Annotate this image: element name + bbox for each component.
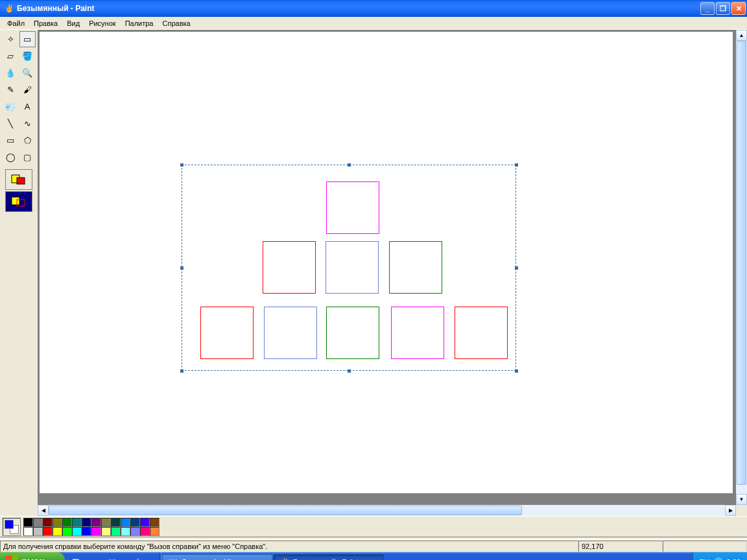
freeform-select-icon[interactable]: ✧ (3, 31, 19, 47)
system-tray[interactable]: RU ‹ 0:36 (693, 552, 747, 560)
color-swatch[interactable] (23, 518, 33, 527)
vertical-scrollbar[interactable]: ▲ ▼ (736, 30, 747, 505)
color-swatch[interactable] (150, 518, 160, 527)
toolbox: ✧▭▱🪣💧🔍✎🖌💨A╲∿▭⬠◯▢ (0, 30, 38, 505)
svg-rect-2 (12, 197, 19, 205)
show-desktop-icon[interactable]: 🗔 (70, 557, 80, 560)
brush-icon[interactable]: 🖌 (19, 82, 36, 98)
color-swatch[interactable] (150, 527, 160, 536)
tray-icon[interactable]: ‹ (714, 557, 723, 560)
ie-icon[interactable]: e (82, 557, 93, 560)
color-swatch[interactable] (140, 527, 150, 536)
menu-вид[interactable]: Вид (62, 18, 84, 29)
task-paint-icon: ✌ (279, 557, 290, 560)
task-word[interactable]: WДокумент1 - Microso... (162, 554, 272, 560)
eraser-icon[interactable]: ▱ (3, 48, 19, 64)
media-icon[interactable]: ◉ (95, 557, 105, 560)
selection-handle[interactable] (180, 369, 184, 373)
statusbar: Для получения справки выберите команду "… (0, 539, 747, 552)
explorer-icon[interactable]: 📁 (107, 557, 117, 560)
window-title: Безымянный - Paint (17, 4, 700, 13)
transparency-transparent[interactable] (5, 191, 32, 212)
color-swatch[interactable] (130, 527, 140, 536)
close-button[interactable]: ✕ (731, 2, 746, 15)
app2-icon[interactable]: ▦ (144, 557, 154, 560)
line-icon[interactable]: ╲ (3, 115, 19, 132)
selection-handle[interactable] (180, 163, 184, 167)
scroll-up-icon[interactable]: ▲ (736, 30, 747, 41)
curve-icon[interactable]: ∿ (19, 115, 36, 132)
app-icon[interactable]: ▣ (119, 557, 130, 560)
color-swatch[interactable] (130, 518, 140, 527)
rectangle-icon[interactable]: ▭ (3, 132, 19, 148)
color-palette (0, 516, 747, 537)
selection-handle[interactable] (348, 369, 351, 373)
selection-handle[interactable] (348, 163, 351, 167)
rounded-rect-icon[interactable]: ▢ (19, 149, 36, 165)
color-swatch[interactable] (111, 527, 121, 536)
color-swatch[interactable] (111, 518, 121, 527)
menubar: ФайлПравкаВидРисунокПалитраСправка (0, 17, 747, 30)
fill-icon[interactable]: 🪣 (19, 48, 36, 64)
pencil-icon[interactable]: ✎ (3, 82, 19, 98)
winamp-icon[interactable]: ⚡ (132, 557, 142, 560)
start-button[interactable]: пуск (0, 552, 65, 560)
titlebar: ✌ Безымянный - Paint _ ❐ ✕ (0, 0, 747, 17)
minimize-button[interactable]: _ (700, 2, 715, 15)
scroll-down-icon[interactable]: ▼ (736, 494, 747, 505)
color-swatch[interactable] (101, 518, 111, 527)
color-swatch[interactable] (140, 518, 150, 527)
selection-handle[interactable] (515, 369, 518, 373)
color-swatch[interactable] (121, 527, 130, 536)
horizontal-scrollbar[interactable]: ◀ ▶ (38, 505, 747, 516)
status-size (663, 541, 747, 552)
start-label: пуск (21, 556, 44, 560)
task-paint[interactable]: ✌Безымянный - Paint (274, 554, 384, 560)
menu-палитра[interactable]: Палитра (121, 18, 158, 29)
color-swatch[interactable] (82, 527, 91, 536)
color-swatch[interactable] (91, 527, 101, 536)
menu-файл[interactable]: Файл (3, 18, 29, 29)
scroll-left-icon[interactable]: ◀ (38, 505, 49, 516)
menu-правка[interactable]: Правка (29, 18, 62, 29)
current-colors[interactable] (3, 518, 21, 536)
selection-handle[interactable] (515, 266, 518, 270)
color-swatch[interactable] (82, 518, 91, 527)
selection-handle[interactable] (180, 266, 184, 270)
rectangle-select-icon[interactable]: ▭ (19, 31, 36, 47)
color-swatch[interactable] (33, 518, 43, 527)
selection-marquee[interactable] (182, 165, 516, 371)
color-swatch[interactable] (43, 518, 53, 527)
task-word-icon: W (168, 557, 178, 560)
menu-рисунок[interactable]: Рисунок (84, 18, 121, 29)
picker-icon[interactable]: 💧 (3, 65, 19, 81)
canvas[interactable] (40, 32, 733, 493)
status-help: Для получения справки выберите команду "… (0, 541, 578, 552)
selection-handle[interactable] (515, 163, 518, 167)
airbrush-icon[interactable]: 💨 (3, 99, 19, 115)
color-swatch[interactable] (53, 518, 62, 527)
maximize-button[interactable]: ❐ (716, 2, 730, 15)
color-swatch[interactable] (72, 527, 82, 536)
text-icon[interactable]: A (19, 99, 36, 115)
color-swatch[interactable] (53, 527, 62, 536)
color-swatch[interactable] (72, 518, 82, 527)
color-swatch[interactable] (62, 518, 72, 527)
magnifier-icon[interactable]: 🔍 (19, 65, 36, 81)
color-swatch[interactable] (101, 527, 111, 536)
color-swatch[interactable] (91, 518, 101, 527)
color-swatch[interactable] (33, 527, 43, 536)
ellipse-icon[interactable]: ◯ (3, 149, 19, 165)
app-icon: ✌ (4, 3, 14, 14)
color-swatch[interactable] (23, 527, 33, 536)
color-swatch[interactable] (121, 518, 130, 527)
status-coords: 92,170 (578, 541, 663, 552)
canvas-area[interactable] (38, 30, 736, 505)
color-swatch[interactable] (62, 527, 72, 536)
menu-справка[interactable]: Справка (158, 18, 195, 29)
taskbar: пуск 🗔e◉📁▣⚡▦ WДокумент1 - Microso...✌Без… (0, 552, 747, 560)
scroll-right-icon[interactable]: ▶ (725, 505, 736, 516)
transparency-opaque[interactable] (5, 169, 32, 190)
color-swatch[interactable] (43, 527, 53, 536)
polygon-icon[interactable]: ⬠ (19, 132, 36, 148)
